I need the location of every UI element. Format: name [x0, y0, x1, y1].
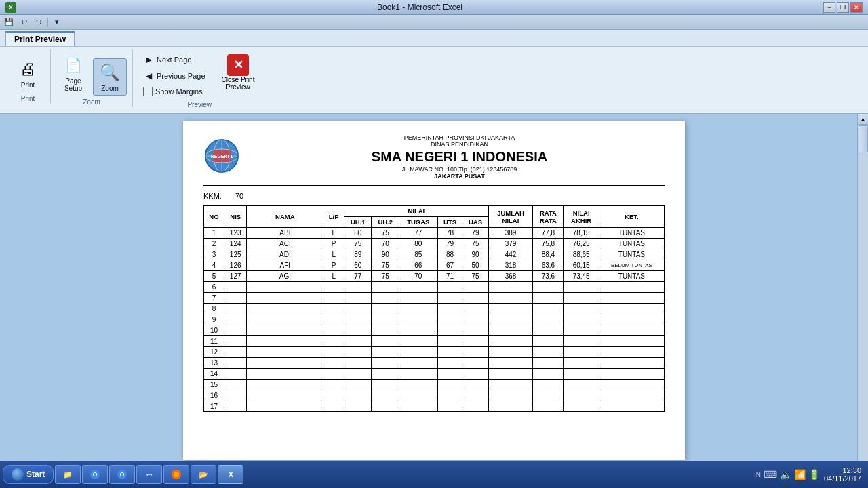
print-page: NEGERI 1 PEMERINTAH PROVINSI DKI JAKARTA…	[183, 121, 685, 460]
show-margins-label: Show Margins	[155, 87, 203, 96]
cell-uas	[462, 401, 488, 412]
cell-ket	[599, 336, 664, 347]
qat-save-button[interactable]: 💾	[3, 17, 15, 28]
cell-tugas	[399, 401, 437, 412]
school-header: NEGERI 1 PEMERINTAH PROVINSI DKI JAKARTA…	[203, 134, 665, 180]
page-setup-button[interactable]: 📄 PageSetup	[56, 51, 90, 96]
cell-uh1	[344, 369, 372, 380]
cell-jumlah	[488, 369, 533, 380]
cell-uh1: 89	[344, 249, 372, 260]
cell-uh2	[372, 380, 399, 390]
next-page-button[interactable]: ▶ Next Page	[138, 52, 196, 67]
qat-undo-button[interactable]: ↩	[18, 17, 30, 28]
cell-nis	[224, 314, 246, 325]
cell-akhir	[564, 369, 599, 380]
cell-akhir: 76,25	[564, 239, 599, 249]
cell-rata: 88,4	[533, 249, 564, 260]
taskbar-file-explorer[interactable]: 📁	[55, 465, 81, 484]
cell-uh1: 75	[344, 239, 372, 249]
cell-uh1	[344, 358, 372, 369]
cell-ket	[599, 282, 664, 293]
close-print-preview-button[interactable]: ✕ Close PrintPreview	[216, 51, 261, 94]
table-row: 2124ACIP757080797537975,876,25TUNTAS	[204, 239, 665, 249]
page-container[interactable]: NEGERI 1 PEMERINTAH PROVINSI DKI JAKARTA…	[0, 114, 868, 464]
cell-nis: 125	[224, 249, 246, 260]
print-button[interactable]: 🖨 Print	[11, 55, 45, 92]
show-margins-button[interactable]: Show Margins	[138, 85, 208, 98]
scrollbar-thumb[interactable]	[859, 125, 868, 152]
cell-akhir	[564, 390, 599, 401]
cell-lp	[323, 282, 344, 293]
cell-uh2	[372, 369, 399, 380]
table-row: 8	[204, 304, 665, 314]
cell-uh2: 75	[372, 271, 399, 282]
restore-button[interactable]: ❐	[837, 2, 849, 13]
col-tugas: TUGAS	[399, 217, 437, 228]
cell-no: 15	[204, 380, 224, 390]
cell-uh2	[372, 336, 399, 347]
qat-dropdown-button[interactable]: ▾	[51, 17, 63, 28]
print-button-label: Print	[21, 81, 35, 89]
cell-jumlah	[488, 325, 533, 336]
cell-ket: TUNTAS	[599, 239, 664, 249]
cell-uts	[437, 380, 462, 390]
volume-icon: 🔈	[780, 469, 791, 480]
cell-uas	[462, 325, 488, 336]
cell-no: 7	[204, 293, 224, 304]
cell-akhir	[564, 358, 599, 369]
taskbar-chrome2[interactable]	[109, 465, 135, 484]
print-group-label: Print	[11, 92, 45, 102]
tab-print-preview[interactable]: Print Preview	[5, 31, 75, 46]
cell-nis	[224, 369, 246, 380]
minimize-button[interactable]: −	[823, 2, 835, 13]
qat-separator	[47, 18, 48, 27]
cell-uts	[437, 314, 462, 325]
col-uh1: UH.1	[344, 217, 372, 228]
cell-jumlah	[488, 390, 533, 401]
start-button[interactable]: Start	[3, 465, 54, 484]
preview-group-label: Preview	[138, 98, 260, 108]
zoom-button[interactable]: 🔍 Zoom	[93, 58, 127, 96]
close-button[interactable]: ✕	[850, 2, 863, 13]
chrome1-icon	[90, 469, 100, 480]
cell-uh2	[372, 282, 399, 293]
cell-lp: P	[323, 260, 344, 271]
cell-uas	[462, 358, 488, 369]
taskbar-firefox[interactable]	[163, 465, 189, 484]
cell-uas	[462, 314, 488, 325]
cell-tugas	[399, 336, 437, 347]
kkm-row: KKM: 70	[203, 192, 665, 200]
col-ket: KET.	[599, 206, 664, 228]
taskbar-arrow[interactable]: ↔	[136, 465, 162, 484]
scrollbar-up-button[interactable]: ▲	[858, 114, 868, 125]
table-row: 13	[204, 358, 665, 369]
cell-uts	[437, 401, 462, 412]
school-logo-container: NEGERI 1	[203, 138, 254, 177]
cell-jumlah: 318	[488, 260, 533, 271]
cell-akhir	[564, 304, 599, 314]
cell-ket: TUNTAS	[599, 228, 664, 239]
main-area: NEGERI 1 PEMERINTAH PROVINSI DKI JAKARTA…	[0, 114, 868, 464]
arrow-icon: ↔	[144, 469, 155, 480]
cell-nama: ABI	[247, 228, 323, 239]
qat-redo-button[interactable]: ↪	[33, 17, 45, 28]
cell-lp	[323, 369, 344, 380]
kkm-label: KKM:	[203, 192, 222, 200]
cell-uh1	[344, 304, 372, 314]
prev-page-button[interactable]: ◀ Previous Page	[138, 68, 210, 83]
taskbar-folder[interactable]: 📂	[191, 465, 216, 484]
cell-nis	[224, 347, 246, 358]
cell-no: 16	[204, 390, 224, 401]
taskbar-excel[interactable]: X	[218, 465, 243, 484]
svg-point-10	[94, 473, 96, 476]
cell-uas	[462, 293, 488, 304]
cell-uts: 78	[437, 228, 462, 239]
cell-lp: L	[323, 228, 344, 239]
battery-icon: 🔋	[808, 469, 820, 480]
ribbon-group-zoom: 📄 PageSetup 🔍 Zoom Zoom	[51, 49, 133, 107]
cell-ket	[599, 380, 664, 390]
col-no: NO	[204, 206, 224, 228]
cell-no: 13	[204, 358, 224, 369]
taskbar-chrome1[interactable]	[82, 465, 108, 484]
vertical-scrollbar[interactable]: ▲	[857, 114, 868, 464]
